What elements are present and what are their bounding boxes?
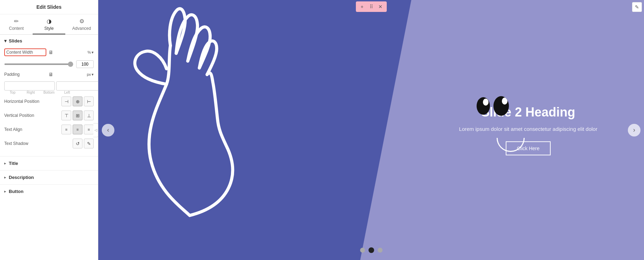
unit-select-padding[interactable]: px ▾: [87, 72, 94, 77]
content-icon: ✏: [14, 18, 19, 25]
eye-right: [493, 96, 509, 116]
next-arrow-icon: ›: [633, 126, 635, 134]
slide-description: Lorem ipsum dolor sit amet consectetur a…: [440, 125, 616, 133]
edit-corner-button[interactable]: ✎: [632, 2, 642, 12]
slider-wrapper: 100: [4, 60, 94, 68]
button-section-label: Button: [9, 189, 24, 194]
tab-content[interactable]: ✏ Content: [0, 14, 33, 34]
padding-inputs-row: 🔗: [4, 81, 94, 91]
unit-arrow-icon: ▾: [92, 50, 94, 55]
eyes-decoration: [477, 96, 509, 116]
collapse-panel-handle[interactable]: ◁: [93, 123, 98, 137]
slide-dots: [360, 247, 383, 253]
prev-arrow-icon: ‹: [107, 126, 109, 134]
horizontal-position-buttons: ⊣ ⊕ ⊢: [61, 96, 94, 106]
description-section-label: Description: [9, 175, 34, 180]
description-arrow-icon: ▸: [4, 175, 6, 179]
padding-row: Padding 🖥 px ▾: [4, 72, 94, 77]
section-arrow-icon: ▾: [4, 38, 7, 44]
title-arrow-icon: ▸: [4, 161, 6, 165]
label-bottom: Bottom: [41, 91, 58, 94]
horizontal-position-label: Horizontal Position: [4, 99, 46, 104]
tab-style-label: Style: [44, 26, 54, 31]
text-shadow-reset-btn[interactable]: ↺: [73, 139, 82, 148]
text-shadow-row: Text Shadow ↺ ✎: [4, 139, 94, 148]
text-align-buttons: ≡ ≡ ≡: [61, 125, 94, 134]
text-align-center-btn[interactable]: ≡: [73, 125, 82, 134]
h-pos-left-btn[interactable]: ⊣: [61, 96, 71, 106]
text-shadow-edit-btn[interactable]: ✎: [84, 139, 94, 148]
text-align-left-btn[interactable]: ≡: [61, 125, 71, 134]
unit-select-width[interactable]: % ▾: [87, 50, 94, 55]
v-pos-top-btn[interactable]: ⊤: [61, 111, 71, 120]
h-pos-center-btn[interactable]: ⊕: [73, 96, 82, 106]
tab-advanced-label: Advanced: [72, 26, 91, 31]
content-width-slider-row: 100: [4, 60, 94, 68]
slide-heading: Slide 2 Heading: [440, 105, 616, 119]
unit-label-padding: px: [87, 72, 91, 76]
text-align-row: Text Align ≡ ≡ ≡: [4, 125, 94, 134]
section-header-slides[interactable]: ▾ Slides: [4, 38, 94, 44]
label-left: Left: [59, 91, 75, 94]
v-pos-center-btn[interactable]: ⊞: [73, 111, 82, 120]
monitor-icon-width[interactable]: 🖥: [48, 49, 53, 55]
padding-right-input[interactable]: [56, 81, 98, 91]
title-section[interactable]: ▸ Title: [0, 156, 98, 170]
description-section[interactable]: ▸ Description: [0, 170, 98, 184]
slide-text-area: Slide 2 Heading Lorem ipsum dolor sit am…: [440, 105, 616, 155]
button-section[interactable]: ▸ Button: [0, 184, 98, 198]
padding-top-input[interactable]: [4, 81, 55, 91]
eye-left: [477, 97, 490, 115]
prev-slide-button[interactable]: ‹: [102, 124, 114, 136]
text-shadow-label: Text Shadow: [4, 141, 46, 146]
toolbar-close-btn[interactable]: ✕: [376, 2, 385, 11]
padding-inputs-wrapper: 🔗 Top Right Bottom Left: [4, 81, 94, 94]
tab-style[interactable]: ◑ Style: [33, 14, 65, 34]
content-width-slider[interactable]: [4, 64, 73, 65]
padding-labels: Top Right Bottom Left: [4, 91, 94, 94]
section-title-slides: Slides: [9, 38, 22, 44]
slide-canvas: Slide 2 Heading Lorem ipsum dolor sit am…: [98, 0, 644, 260]
title-section-label: Title: [9, 161, 18, 166]
vertical-position-row: Vertical Position ⊤ ⊞ ⊥: [4, 111, 94, 120]
vertical-position-label: Vertical Position: [4, 113, 46, 118]
unit-label-width: %: [87, 50, 91, 54]
left-panel: Edit Slides ✏ Content ◑ Style ⚙ Advanced…: [0, 0, 98, 260]
monitor-icon-padding[interactable]: 🖥: [48, 72, 53, 77]
text-align-label: Text Align: [4, 127, 46, 132]
slides-section: ▾ Slides Content Width 🖥 % ▾ 100 Padding…: [0, 35, 98, 156]
text-align-right-btn[interactable]: ≡: [84, 125, 94, 134]
content-width-label: Content Width: [4, 48, 46, 56]
horizontal-position-row: Horizontal Position ⊣ ⊕ ⊢: [4, 96, 94, 106]
vertical-position-buttons: ⊤ ⊞ ⊥: [61, 111, 94, 120]
content-width-input[interactable]: 100: [76, 60, 94, 68]
v-pos-bottom-btn[interactable]: ⊥: [84, 111, 94, 120]
label-top: Top: [4, 91, 21, 94]
panel-title: Edit Slides: [0, 0, 98, 14]
button-arrow-icon: ▸: [4, 189, 6, 193]
padding-unit-arrow: ▾: [92, 72, 94, 77]
label-right: Right: [22, 91, 39, 94]
tab-content-label: Content: [9, 26, 24, 31]
next-slide-button[interactable]: ›: [628, 124, 640, 136]
slide-dot-2[interactable]: [369, 247, 374, 253]
advanced-icon: ⚙: [79, 18, 84, 25]
padding-label: Padding: [4, 72, 46, 77]
button-section-header: ▸ Button: [4, 189, 94, 194]
title-section-header: ▸ Title: [4, 161, 94, 166]
slide-dot-3[interactable]: [378, 248, 383, 253]
main-canvas-area: Slide 2 Heading Lorem ipsum dolor sit am…: [98, 0, 644, 260]
toolbar-add-btn[interactable]: +: [358, 2, 366, 11]
toolbar-move-btn[interactable]: ⠿: [367, 2, 376, 11]
hand-drawing: [118, 7, 258, 239]
top-toolbar: + ⠿ ✕: [356, 1, 387, 12]
eye-right-white: [502, 98, 507, 105]
tab-advanced[interactable]: ⚙ Advanced: [65, 14, 98, 34]
tabs-row: ✏ Content ◑ Style ⚙ Advanced: [0, 14, 98, 35]
eye-left-white: [483, 99, 489, 106]
content-width-row: Content Width 🖥 % ▾: [4, 48, 94, 56]
style-icon: ◑: [47, 18, 52, 25]
description-section-header: ▸ Description: [4, 175, 94, 180]
slide-dot-1[interactable]: [360, 248, 365, 253]
h-pos-right-btn[interactable]: ⊢: [84, 96, 94, 106]
